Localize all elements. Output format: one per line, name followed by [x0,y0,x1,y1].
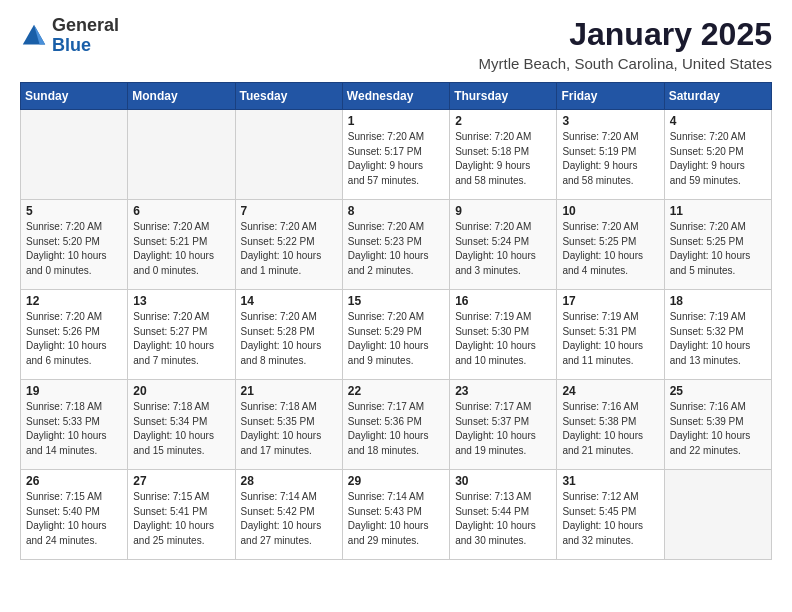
calendar-cell: 7Sunrise: 7:20 AM Sunset: 5:22 PM Daylig… [235,200,342,290]
calendar-cell: 29Sunrise: 7:14 AM Sunset: 5:43 PM Dayli… [342,470,449,560]
calendar-cell: 2Sunrise: 7:20 AM Sunset: 5:18 PM Daylig… [450,110,557,200]
location: Myrtle Beach, South Carolina, United Sta… [479,55,772,72]
day-number: 15 [348,294,444,308]
day-info: Sunrise: 7:20 AM Sunset: 5:22 PM Dayligh… [241,220,337,278]
week-row-4: 19Sunrise: 7:18 AM Sunset: 5:33 PM Dayli… [21,380,772,470]
day-number: 2 [455,114,551,128]
day-number: 31 [562,474,658,488]
calendar-cell: 27Sunrise: 7:15 AM Sunset: 5:41 PM Dayli… [128,470,235,560]
day-number: 5 [26,204,122,218]
day-number: 27 [133,474,229,488]
day-number: 25 [670,384,766,398]
day-number: 30 [455,474,551,488]
calendar-cell [664,470,771,560]
day-info: Sunrise: 7:20 AM Sunset: 5:21 PM Dayligh… [133,220,229,278]
week-row-5: 26Sunrise: 7:15 AM Sunset: 5:40 PM Dayli… [21,470,772,560]
day-number: 7 [241,204,337,218]
calendar-cell: 6Sunrise: 7:20 AM Sunset: 5:21 PM Daylig… [128,200,235,290]
day-info: Sunrise: 7:20 AM Sunset: 5:18 PM Dayligh… [455,130,551,188]
day-number: 8 [348,204,444,218]
calendar-cell: 17Sunrise: 7:19 AM Sunset: 5:31 PM Dayli… [557,290,664,380]
weekday-header-tuesday: Tuesday [235,83,342,110]
day-info: Sunrise: 7:19 AM Sunset: 5:30 PM Dayligh… [455,310,551,368]
calendar-cell: 3Sunrise: 7:20 AM Sunset: 5:19 PM Daylig… [557,110,664,200]
day-info: Sunrise: 7:15 AM Sunset: 5:40 PM Dayligh… [26,490,122,548]
day-info: Sunrise: 7:20 AM Sunset: 5:25 PM Dayligh… [670,220,766,278]
calendar-cell: 22Sunrise: 7:17 AM Sunset: 5:36 PM Dayli… [342,380,449,470]
calendar-cell: 9Sunrise: 7:20 AM Sunset: 5:24 PM Daylig… [450,200,557,290]
day-info: Sunrise: 7:13 AM Sunset: 5:44 PM Dayligh… [455,490,551,548]
calendar-cell: 1Sunrise: 7:20 AM Sunset: 5:17 PM Daylig… [342,110,449,200]
day-number: 16 [455,294,551,308]
calendar-cell: 15Sunrise: 7:20 AM Sunset: 5:29 PM Dayli… [342,290,449,380]
day-info: Sunrise: 7:20 AM Sunset: 5:28 PM Dayligh… [241,310,337,368]
day-number: 20 [133,384,229,398]
day-number: 3 [562,114,658,128]
day-info: Sunrise: 7:14 AM Sunset: 5:43 PM Dayligh… [348,490,444,548]
calendar-cell: 12Sunrise: 7:20 AM Sunset: 5:26 PM Dayli… [21,290,128,380]
day-info: Sunrise: 7:20 AM Sunset: 5:27 PM Dayligh… [133,310,229,368]
calendar-cell: 14Sunrise: 7:20 AM Sunset: 5:28 PM Dayli… [235,290,342,380]
calendar-cell: 4Sunrise: 7:20 AM Sunset: 5:20 PM Daylig… [664,110,771,200]
title-block: January 2025 Myrtle Beach, South Carolin… [479,16,772,72]
calendar-cell: 18Sunrise: 7:19 AM Sunset: 5:32 PM Dayli… [664,290,771,380]
calendar-cell: 30Sunrise: 7:13 AM Sunset: 5:44 PM Dayli… [450,470,557,560]
calendar-cell: 10Sunrise: 7:20 AM Sunset: 5:25 PM Dayli… [557,200,664,290]
day-info: Sunrise: 7:15 AM Sunset: 5:41 PM Dayligh… [133,490,229,548]
month-title: January 2025 [479,16,772,53]
day-info: Sunrise: 7:14 AM Sunset: 5:42 PM Dayligh… [241,490,337,548]
day-number: 23 [455,384,551,398]
calendar-cell: 5Sunrise: 7:20 AM Sunset: 5:20 PM Daylig… [21,200,128,290]
day-number: 1 [348,114,444,128]
calendar-cell [21,110,128,200]
day-info: Sunrise: 7:19 AM Sunset: 5:32 PM Dayligh… [670,310,766,368]
day-number: 21 [241,384,337,398]
day-info: Sunrise: 7:16 AM Sunset: 5:39 PM Dayligh… [670,400,766,458]
calendar-cell: 19Sunrise: 7:18 AM Sunset: 5:33 PM Dayli… [21,380,128,470]
calendar-cell: 20Sunrise: 7:18 AM Sunset: 5:34 PM Dayli… [128,380,235,470]
day-info: Sunrise: 7:18 AM Sunset: 5:33 PM Dayligh… [26,400,122,458]
day-number: 9 [455,204,551,218]
day-number: 19 [26,384,122,398]
page-header: General Blue January 2025 Myrtle Beach, … [20,16,772,72]
day-number: 22 [348,384,444,398]
day-info: Sunrise: 7:17 AM Sunset: 5:37 PM Dayligh… [455,400,551,458]
day-info: Sunrise: 7:20 AM Sunset: 5:24 PM Dayligh… [455,220,551,278]
day-info: Sunrise: 7:19 AM Sunset: 5:31 PM Dayligh… [562,310,658,368]
weekday-header-wednesday: Wednesday [342,83,449,110]
week-row-1: 1Sunrise: 7:20 AM Sunset: 5:17 PM Daylig… [21,110,772,200]
day-number: 17 [562,294,658,308]
logo-text: General Blue [52,16,119,56]
day-info: Sunrise: 7:20 AM Sunset: 5:23 PM Dayligh… [348,220,444,278]
day-info: Sunrise: 7:16 AM Sunset: 5:38 PM Dayligh… [562,400,658,458]
calendar-cell: 11Sunrise: 7:20 AM Sunset: 5:25 PM Dayli… [664,200,771,290]
day-number: 13 [133,294,229,308]
calendar-cell: 21Sunrise: 7:18 AM Sunset: 5:35 PM Dayli… [235,380,342,470]
logo: General Blue [20,16,119,56]
calendar-cell: 25Sunrise: 7:16 AM Sunset: 5:39 PM Dayli… [664,380,771,470]
day-info: Sunrise: 7:20 AM Sunset: 5:26 PM Dayligh… [26,310,122,368]
weekday-header-sunday: Sunday [21,83,128,110]
calendar-cell [128,110,235,200]
calendar-cell: 13Sunrise: 7:20 AM Sunset: 5:27 PM Dayli… [128,290,235,380]
day-number: 6 [133,204,229,218]
calendar-cell: 24Sunrise: 7:16 AM Sunset: 5:38 PM Dayli… [557,380,664,470]
weekday-header-monday: Monday [128,83,235,110]
day-info: Sunrise: 7:18 AM Sunset: 5:35 PM Dayligh… [241,400,337,458]
weekday-header-saturday: Saturday [664,83,771,110]
calendar-cell: 28Sunrise: 7:14 AM Sunset: 5:42 PM Dayli… [235,470,342,560]
calendar-cell [235,110,342,200]
day-info: Sunrise: 7:12 AM Sunset: 5:45 PM Dayligh… [562,490,658,548]
day-info: Sunrise: 7:20 AM Sunset: 5:29 PM Dayligh… [348,310,444,368]
day-number: 14 [241,294,337,308]
week-row-2: 5Sunrise: 7:20 AM Sunset: 5:20 PM Daylig… [21,200,772,290]
calendar-cell: 8Sunrise: 7:20 AM Sunset: 5:23 PM Daylig… [342,200,449,290]
week-row-3: 12Sunrise: 7:20 AM Sunset: 5:26 PM Dayli… [21,290,772,380]
weekday-header-row: SundayMondayTuesdayWednesdayThursdayFrid… [21,83,772,110]
day-number: 29 [348,474,444,488]
day-info: Sunrise: 7:20 AM Sunset: 5:25 PM Dayligh… [562,220,658,278]
day-number: 18 [670,294,766,308]
calendar-cell: 31Sunrise: 7:12 AM Sunset: 5:45 PM Dayli… [557,470,664,560]
day-info: Sunrise: 7:17 AM Sunset: 5:36 PM Dayligh… [348,400,444,458]
logo-general: General [52,16,119,36]
